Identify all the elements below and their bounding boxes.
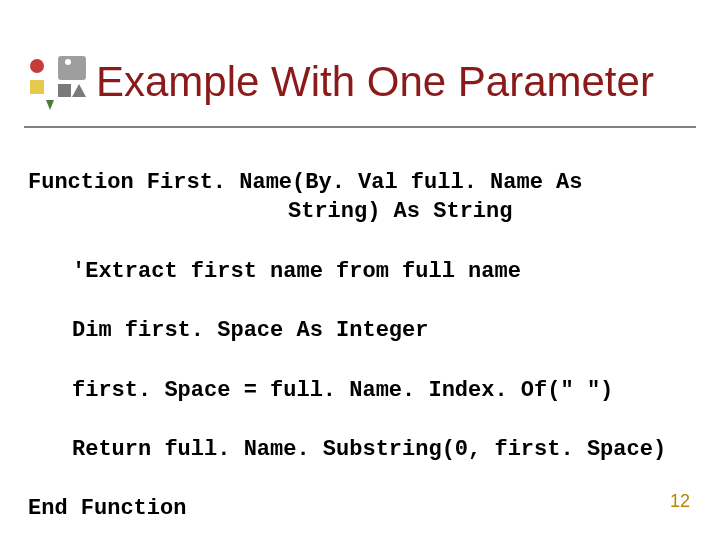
code-line: 'Extract first name from full name	[28, 257, 692, 287]
code-line: End Function	[28, 496, 186, 521]
svg-rect-0	[58, 56, 86, 80]
code-line: Function First. Name(By. Val full. Name …	[28, 170, 583, 195]
svg-rect-1	[58, 84, 71, 97]
code-line: String) As String	[28, 197, 692, 227]
code-line: Dim first. Space As Integer	[28, 316, 692, 346]
slide-header: Example With One Parameter	[0, 0, 720, 122]
code-block: Function First. Name(By. Val full. Name …	[0, 138, 720, 540]
logo-icon	[24, 50, 88, 114]
page-number: 12	[670, 491, 690, 512]
slide: Example With One Parameter Function Firs…	[0, 0, 720, 540]
svg-marker-5	[46, 100, 54, 110]
slide-title: Example With One Parameter	[96, 59, 654, 105]
code-line: first. Space = full. Name. Index. Of(" "…	[28, 376, 692, 406]
svg-point-6	[65, 59, 71, 65]
svg-rect-3	[30, 80, 44, 94]
svg-marker-2	[72, 84, 86, 97]
code-line: Return full. Name. Substring(0, first. S…	[28, 435, 692, 465]
svg-point-4	[30, 59, 44, 73]
divider	[24, 126, 696, 128]
